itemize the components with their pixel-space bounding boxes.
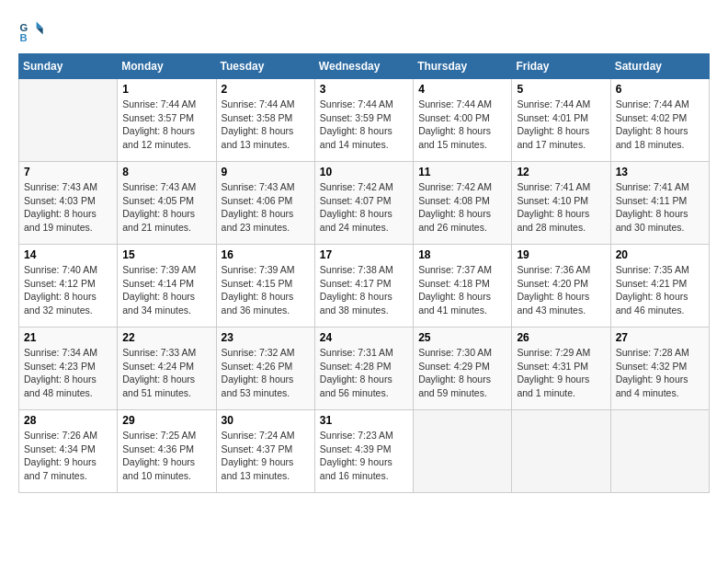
svg-marker-3 xyxy=(37,29,43,35)
day-number: 26 xyxy=(517,331,605,344)
svg-text:G: G xyxy=(19,22,28,33)
day-info: Sunrise: 7:43 AMSunset: 4:05 PMDaylight:… xyxy=(122,180,210,235)
calendar-cell xyxy=(414,410,512,493)
day-number: 27 xyxy=(616,331,704,344)
week-row-4: 21Sunrise: 7:34 AMSunset: 4:23 PMDayligh… xyxy=(19,327,710,410)
calendar-cell: 15Sunrise: 7:39 AMSunset: 4:14 PMDayligh… xyxy=(118,245,216,327)
day-info: Sunrise: 7:39 AMSunset: 4:15 PMDaylight:… xyxy=(222,263,310,317)
day-number: 4 xyxy=(418,83,506,96)
calendar-cell xyxy=(512,410,610,493)
calendar-cell: 3Sunrise: 7:44 AMSunset: 3:59 PMDaylight… xyxy=(314,79,413,162)
calendar-cell: 11Sunrise: 7:42 AMSunset: 4:08 PMDayligh… xyxy=(414,162,512,245)
calendar-cell: 8Sunrise: 7:43 AMSunset: 4:05 PMDaylight… xyxy=(118,162,216,245)
day-info: Sunrise: 7:25 AMSunset: 4:36 PMDaylight:… xyxy=(122,429,210,483)
day-info: Sunrise: 7:41 AMSunset: 4:11 PMDaylight:… xyxy=(616,180,704,235)
day-number: 24 xyxy=(320,331,408,344)
day-number: 2 xyxy=(222,83,310,96)
calendar-cell: 14Sunrise: 7:40 AMSunset: 4:12 PMDayligh… xyxy=(19,245,118,327)
day-number: 18 xyxy=(418,248,506,261)
calendar-cell: 25Sunrise: 7:30 AMSunset: 4:29 PMDayligh… xyxy=(414,327,512,410)
day-number: 11 xyxy=(418,166,506,178)
day-number: 16 xyxy=(222,248,310,261)
day-number: 5 xyxy=(517,83,605,96)
column-header-thursday: Thursday xyxy=(414,54,512,79)
day-number: 30 xyxy=(222,414,310,427)
calendar-cell: 26Sunrise: 7:29 AMSunset: 4:31 PMDayligh… xyxy=(512,327,610,410)
day-info: Sunrise: 7:36 AMSunset: 4:20 PMDaylight:… xyxy=(517,263,605,317)
header-row: SundayMondayTuesdayWednesdayThursdayFrid… xyxy=(19,54,710,79)
day-info: Sunrise: 7:44 AMSunset: 3:59 PMDaylight:… xyxy=(320,98,408,152)
day-info: Sunrise: 7:44 AMSunset: 4:02 PMDaylight:… xyxy=(616,98,704,152)
day-number: 6 xyxy=(616,83,704,96)
day-info: Sunrise: 7:40 AMSunset: 4:12 PMDaylight:… xyxy=(24,263,112,317)
calendar-cell: 13Sunrise: 7:41 AMSunset: 4:11 PMDayligh… xyxy=(610,162,709,245)
calendar-cell xyxy=(610,410,709,493)
calendar-cell: 19Sunrise: 7:36 AMSunset: 4:20 PMDayligh… xyxy=(512,245,610,327)
day-info: Sunrise: 7:34 AMSunset: 4:23 PMDaylight:… xyxy=(24,346,112,400)
header: G B xyxy=(18,18,710,44)
day-number: 14 xyxy=(24,248,112,261)
day-number: 28 xyxy=(24,414,112,427)
calendar-cell: 20Sunrise: 7:35 AMSunset: 4:21 PMDayligh… xyxy=(610,245,709,327)
column-header-wednesday: Wednesday xyxy=(314,54,413,79)
calendar-cell: 30Sunrise: 7:24 AMSunset: 4:37 PMDayligh… xyxy=(216,410,314,493)
calendar-cell: 27Sunrise: 7:28 AMSunset: 4:32 PMDayligh… xyxy=(610,327,709,410)
day-number: 22 xyxy=(122,331,210,344)
day-number: 9 xyxy=(222,166,310,178)
day-info: Sunrise: 7:24 AMSunset: 4:37 PMDaylight:… xyxy=(222,429,310,483)
calendar-cell: 1Sunrise: 7:44 AMSunset: 3:57 PMDaylight… xyxy=(118,79,216,162)
calendar-cell: 18Sunrise: 7:37 AMSunset: 4:18 PMDayligh… xyxy=(414,245,512,327)
calendar-cell: 23Sunrise: 7:32 AMSunset: 4:26 PMDayligh… xyxy=(216,327,314,410)
day-number: 17 xyxy=(320,248,408,261)
day-number: 31 xyxy=(320,414,408,427)
day-number: 21 xyxy=(24,331,112,344)
week-row-1: 1Sunrise: 7:44 AMSunset: 3:57 PMDaylight… xyxy=(19,79,710,162)
day-number: 29 xyxy=(122,414,210,427)
calendar-cell: 5Sunrise: 7:44 AMSunset: 4:01 PMDaylight… xyxy=(512,79,610,162)
calendar-cell: 24Sunrise: 7:31 AMSunset: 4:28 PMDayligh… xyxy=(314,327,413,410)
day-number: 3 xyxy=(320,83,408,96)
day-number: 10 xyxy=(320,166,408,178)
day-info: Sunrise: 7:44 AMSunset: 4:01 PMDaylight:… xyxy=(517,98,605,152)
calendar-cell: 22Sunrise: 7:33 AMSunset: 4:24 PMDayligh… xyxy=(118,327,216,410)
day-info: Sunrise: 7:26 AMSunset: 4:34 PMDaylight:… xyxy=(24,429,112,483)
day-number: 1 xyxy=(122,83,210,96)
day-number: 13 xyxy=(616,166,704,178)
day-number: 20 xyxy=(616,248,704,261)
day-info: Sunrise: 7:35 AMSunset: 4:21 PMDaylight:… xyxy=(616,263,704,317)
calendar-cell: 28Sunrise: 7:26 AMSunset: 4:34 PMDayligh… xyxy=(19,410,118,493)
calendar-cell: 31Sunrise: 7:23 AMSunset: 4:39 PMDayligh… xyxy=(314,410,413,493)
day-number: 7 xyxy=(24,166,112,178)
logo-icon: G B xyxy=(18,18,44,44)
calendar-cell: 6Sunrise: 7:44 AMSunset: 4:02 PMDaylight… xyxy=(610,79,709,162)
calendar-cell: 17Sunrise: 7:38 AMSunset: 4:17 PMDayligh… xyxy=(314,245,413,327)
day-info: Sunrise: 7:41 AMSunset: 4:10 PMDaylight:… xyxy=(517,180,605,235)
logo: G B xyxy=(18,18,50,44)
calendar-cell xyxy=(19,79,118,162)
day-info: Sunrise: 7:39 AMSunset: 4:14 PMDaylight:… xyxy=(122,263,210,317)
day-number: 23 xyxy=(222,331,310,344)
calendar-cell: 4Sunrise: 7:44 AMSunset: 4:00 PMDaylight… xyxy=(414,79,512,162)
day-info: Sunrise: 7:42 AMSunset: 4:07 PMDaylight:… xyxy=(320,180,408,235)
day-info: Sunrise: 7:23 AMSunset: 4:39 PMDaylight:… xyxy=(320,429,408,483)
day-info: Sunrise: 7:30 AMSunset: 4:29 PMDaylight:… xyxy=(418,346,506,400)
calendar-cell: 16Sunrise: 7:39 AMSunset: 4:15 PMDayligh… xyxy=(216,245,314,327)
day-info: Sunrise: 7:44 AMSunset: 4:00 PMDaylight:… xyxy=(418,98,506,152)
calendar-cell: 29Sunrise: 7:25 AMSunset: 4:36 PMDayligh… xyxy=(118,410,216,493)
calendar-cell: 2Sunrise: 7:44 AMSunset: 3:58 PMDaylight… xyxy=(216,79,314,162)
day-number: 19 xyxy=(517,248,605,261)
day-info: Sunrise: 7:44 AMSunset: 3:57 PMDaylight:… xyxy=(122,98,210,152)
day-number: 25 xyxy=(418,331,506,344)
column-header-monday: Monday xyxy=(118,54,216,79)
day-info: Sunrise: 7:43 AMSunset: 4:03 PMDaylight:… xyxy=(24,180,112,235)
week-row-3: 14Sunrise: 7:40 AMSunset: 4:12 PMDayligh… xyxy=(19,245,710,327)
column-header-tuesday: Tuesday xyxy=(216,54,314,79)
svg-text:B: B xyxy=(19,32,27,43)
column-header-sunday: Sunday xyxy=(19,54,118,79)
day-number: 8 xyxy=(122,166,210,178)
day-info: Sunrise: 7:33 AMSunset: 4:24 PMDaylight:… xyxy=(122,346,210,400)
column-header-saturday: Saturday xyxy=(610,54,709,79)
day-info: Sunrise: 7:38 AMSunset: 4:17 PMDaylight:… xyxy=(320,263,408,317)
calendar-cell: 21Sunrise: 7:34 AMSunset: 4:23 PMDayligh… xyxy=(19,327,118,410)
day-info: Sunrise: 7:37 AMSunset: 4:18 PMDaylight:… xyxy=(418,263,506,317)
